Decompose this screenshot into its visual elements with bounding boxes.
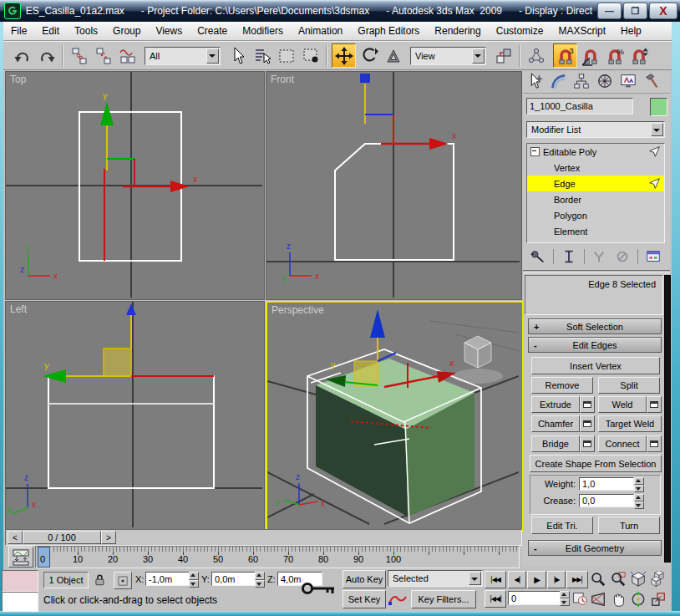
zoom-extents-all-button[interactable] xyxy=(648,570,667,588)
edit-geometry-rollout-header[interactable]: - Edit Geometry xyxy=(528,540,662,556)
reference-coordinate-system-dropdown[interactable]: View xyxy=(410,47,486,65)
x-coordinate-field[interactable] xyxy=(145,572,192,586)
select-object-button[interactable] xyxy=(226,44,249,67)
stack-row-border[interactable]: Border xyxy=(527,191,664,207)
object-name-field[interactable] xyxy=(526,98,633,115)
rectangular-selection-region-button[interactable] xyxy=(275,44,297,67)
time-slider-handle[interactable]: 0 / 100 xyxy=(23,531,101,544)
collapse-box[interactable] xyxy=(530,147,540,156)
viewport-left[interactable]: y z y x Left xyxy=(5,301,265,530)
command-panel-scrollbar[interactable] xyxy=(664,275,671,563)
set-key-button[interactable]: Set Key xyxy=(343,590,386,608)
modifier-list-dropdown[interactable]: Modifier List xyxy=(526,121,665,138)
viewport-left-label[interactable]: Left xyxy=(10,303,27,315)
menu-graph-editors[interactable]: Graph Editors xyxy=(350,22,427,40)
menu-group[interactable]: Group xyxy=(105,22,148,40)
front-viewport-canvas[interactable]: x z x y xyxy=(266,72,520,298)
pin-stack-icon[interactable] xyxy=(530,248,546,265)
insert-vertex-button[interactable]: Insert Vertex xyxy=(531,357,660,374)
key-filters-button[interactable]: Key Filters... xyxy=(411,590,476,608)
remove-modifier-icon[interactable] xyxy=(614,248,631,265)
menu-edit[interactable]: Edit xyxy=(34,22,67,40)
tab-modify[interactable] xyxy=(546,71,570,91)
weight-spinner[interactable] xyxy=(634,477,644,492)
maximize-viewport-toggle[interactable] xyxy=(648,590,667,608)
tab-motion[interactable] xyxy=(593,71,617,91)
snaps-toggle-3d[interactable]: 3 xyxy=(553,43,577,68)
select-and-manipulate-button[interactable] xyxy=(525,44,547,67)
top-viewport-canvas[interactable]: y x y x z xyxy=(6,72,262,298)
current-frame-field[interactable] xyxy=(508,591,563,605)
close-button[interactable]: X xyxy=(649,3,677,19)
time-slider-next-key-button[interactable]: > xyxy=(101,531,116,544)
menu-animation[interactable]: Animation xyxy=(291,22,350,40)
menu-help[interactable]: Help xyxy=(613,22,649,40)
stack-row-element[interactable]: Element xyxy=(527,223,664,239)
zoom-region-fov-button[interactable] xyxy=(588,590,607,608)
redo-button[interactable] xyxy=(35,44,58,67)
select-and-link-button[interactable] xyxy=(68,44,90,67)
zoom-button[interactable] xyxy=(588,570,607,588)
edit-edges-rollout-header[interactable]: - Edit Edges xyxy=(528,337,662,353)
stack-row-editable-poly[interactable]: Editable Poly xyxy=(527,144,664,160)
next-frame-button[interactable]: |▶ xyxy=(547,571,566,588)
weight-field[interactable] xyxy=(579,477,634,491)
menu-customize[interactable]: Customize xyxy=(489,22,551,40)
stack-row-vertex[interactable]: Vertex xyxy=(527,160,664,176)
menu-create[interactable]: Create xyxy=(190,22,235,40)
chamfer-button[interactable]: Chamfer xyxy=(531,415,580,432)
frame-spinner[interactable] xyxy=(560,591,570,606)
play-button[interactable]: ▶ xyxy=(527,571,546,588)
viewcube-ghost[interactable] xyxy=(453,336,503,384)
select-and-move-button[interactable] xyxy=(332,43,356,68)
connect-button[interactable]: Connect xyxy=(598,435,647,452)
pan-hand-button[interactable] xyxy=(608,590,627,608)
menu-maxscript[interactable]: MAXScript xyxy=(551,22,613,40)
selection-lock-icon[interactable] xyxy=(92,572,107,588)
turn-button[interactable]: Turn xyxy=(598,517,660,534)
create-shape-from-selection-button[interactable]: Create Shape From Selection xyxy=(530,455,662,472)
configure-modifier-sets-icon[interactable] xyxy=(645,248,662,265)
viewport-perspective-label[interactable]: Perspective xyxy=(271,304,324,316)
make-unique-icon[interactable] xyxy=(591,248,607,265)
target-weld-button[interactable]: Target Weld xyxy=(598,415,662,432)
menu-views[interactable]: Views xyxy=(148,22,190,40)
select-by-name-button[interactable] xyxy=(251,44,273,67)
maxscript-mini-listener-white[interactable] xyxy=(2,592,38,612)
chamfer-settings-button[interactable] xyxy=(580,415,595,432)
select-and-scale-button[interactable] xyxy=(382,44,404,67)
extrude-button[interactable]: Extrude xyxy=(531,396,580,413)
stack-row-edge-selected[interactable]: Edge xyxy=(527,176,664,191)
time-slider[interactable]: < 0 / 100 > xyxy=(5,529,522,546)
previous-frame-button[interactable]: ◀| xyxy=(508,571,526,588)
time-configuration-button[interactable] xyxy=(571,590,588,607)
weld-settings-button[interactable] xyxy=(647,396,662,413)
remove-button[interactable]: Remove xyxy=(531,377,593,394)
bind-to-space-warp-button[interactable] xyxy=(116,44,139,67)
go-to-end-button[interactable]: ▶▶| xyxy=(566,571,588,588)
track-bar-ruler[interactable]: 0 10 20 30 40 50 60 70 80 90 100 xyxy=(35,546,520,568)
viewport-perspective[interactable]: y x z x y Perspective xyxy=(266,301,524,532)
tab-hierarchy[interactable] xyxy=(570,71,593,91)
crease-spinner[interactable] xyxy=(634,494,644,509)
tab-create[interactable] xyxy=(523,71,546,91)
soft-selection-rollout-header[interactable]: + Soft Selection xyxy=(528,318,662,334)
tab-utilities[interactable] xyxy=(640,71,663,91)
viewport-top[interactable]: y x y x z Top xyxy=(5,71,265,300)
minimize-button[interactable]: — xyxy=(597,3,622,19)
default-in-out-tangents-icon[interactable] xyxy=(388,592,408,607)
y-coordinate-field[interactable] xyxy=(211,572,258,586)
selection-filter-dropdown[interactable]: All xyxy=(145,47,221,65)
percent-snap-toggle[interactable]: % xyxy=(603,44,626,67)
menu-rendering[interactable]: Rendering xyxy=(427,22,488,40)
y-spinner[interactable] xyxy=(255,572,265,588)
select-and-rotate-button[interactable] xyxy=(358,44,380,67)
arc-rotate-button[interactable] xyxy=(628,590,647,608)
connect-settings-button[interactable] xyxy=(647,435,662,452)
spinner-snap-toggle[interactable] xyxy=(627,44,650,67)
undo-button[interactable] xyxy=(11,44,33,67)
set-keys-key-icon[interactable] xyxy=(301,578,337,598)
stack-row-polygon[interactable]: Polygon xyxy=(527,207,664,223)
split-button[interactable]: Split xyxy=(598,377,660,394)
open-mini-curve-editor-button[interactable] xyxy=(8,547,33,568)
